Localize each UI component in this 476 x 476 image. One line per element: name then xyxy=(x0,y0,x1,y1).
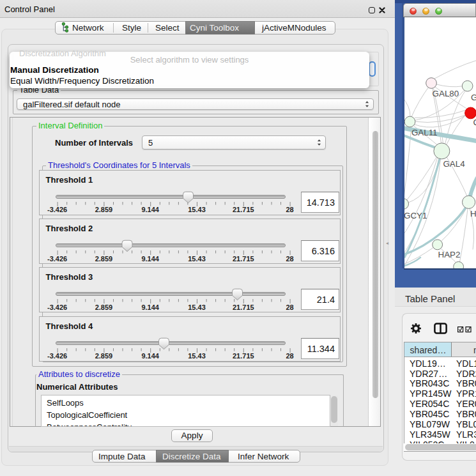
svg-text:C: C xyxy=(473,118,476,127)
svg-text:GAL80: GAL80 xyxy=(433,89,459,98)
svg-text:G: G xyxy=(471,93,476,102)
svg-text:H: H xyxy=(470,209,476,219)
svg-text:GAL11: GAL11 xyxy=(411,128,438,137)
svg-text:GCY1: GCY1 xyxy=(404,211,427,220)
svg-text:HAP2: HAP2 xyxy=(438,250,461,259)
svg-text:GAL4: GAL4 xyxy=(443,159,465,169)
